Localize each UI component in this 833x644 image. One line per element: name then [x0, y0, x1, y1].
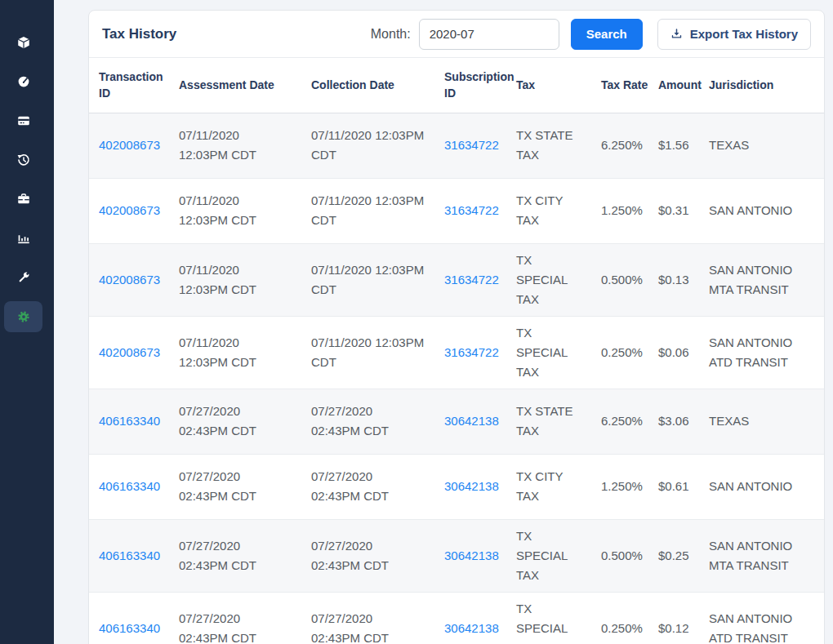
jurisdiction-cell: SAN ANTONIO	[699, 178, 824, 243]
amount-cell: $0.31	[648, 178, 699, 243]
table-row: 406163340 07/27/2020 02:43PM CDT 07/27/2…	[89, 519, 824, 592]
assessment-date-cell: 07/27/2020 02:43PM CDT	[169, 389, 301, 454]
assessment-date-cell: 07/11/2020 12:03PM CDT	[169, 113, 301, 178]
transaction-id-link[interactable]: 402008673	[99, 273, 160, 286]
col-transaction-id: Transaction ID	[89, 58, 169, 113]
subscription-id-link[interactable]: 30642138	[444, 414, 499, 428]
sidebar-item-billing[interactable]	[4, 105, 42, 136]
gear-icon	[16, 309, 31, 324]
table-row: 406163340 07/27/2020 02:43PM CDT 07/27/2…	[89, 592, 824, 644]
jurisdiction-cell: TEXAS	[699, 389, 824, 454]
sidebar-item-reports[interactable]	[4, 223, 42, 254]
assessment-date-cell: 07/11/2020 12:03PM CDT	[169, 178, 301, 243]
assessment-date-cell: 07/11/2020 12:03PM CDT	[169, 316, 301, 389]
briefcase-icon	[16, 192, 31, 207]
amount-cell: $0.25	[648, 519, 699, 592]
jurisdiction-cell: SAN ANTONIO MTA TRANSIT	[699, 519, 824, 592]
amount-cell: $3.06	[648, 389, 699, 454]
main-content: Tax History Month: Search Export Tax His…	[54, 0, 833, 644]
amount-cell: $0.13	[648, 243, 699, 316]
collection-date-cell: 07/27/2020 02:43PM CDT	[301, 389, 434, 454]
tax-rate-cell: 0.500%	[591, 243, 648, 316]
col-tax: Tax	[506, 58, 591, 113]
sidebar-item-history[interactable]	[4, 144, 42, 175]
jurisdiction-cell: SAN ANTONIO	[699, 454, 824, 519]
transaction-id-link[interactable]: 406163340	[99, 479, 160, 493]
bar-chart-icon	[16, 231, 31, 246]
transaction-id-link[interactable]: 406163340	[99, 621, 160, 635]
tax-rate-cell: 0.250%	[591, 592, 648, 644]
jurisdiction-cell: SAN ANTONIO ATD TRANSIT	[699, 592, 824, 644]
collection-date-cell: 07/11/2020 12:03PM CDT	[301, 316, 434, 389]
subscription-id-link[interactable]: 30642138	[444, 549, 499, 562]
collection-date-cell: 07/27/2020 02:43PM CDT	[301, 519, 434, 592]
assessment-date-cell: 07/27/2020 02:43PM CDT	[169, 592, 301, 644]
amount-cell: $0.61	[648, 454, 699, 519]
table-row: 402008673 07/11/2020 12:03PM CDT 07/11/2…	[89, 316, 824, 389]
subscription-id-link[interactable]: 31634722	[444, 273, 499, 286]
search-button[interactable]: Search	[571, 19, 643, 50]
table-row: 406163340 07/27/2020 02:43PM CDT 07/27/2…	[89, 454, 824, 519]
collection-date-cell: 07/27/2020 02:43PM CDT	[301, 592, 434, 644]
dashboard-icon	[16, 74, 31, 89]
page-title: Tax History	[102, 26, 176, 42]
transaction-id-link[interactable]: 402008673	[99, 345, 160, 359]
amount-cell: $0.06	[648, 316, 699, 389]
table-row: 402008673 07/11/2020 12:03PM CDT 07/11/2…	[89, 243, 824, 316]
card-header: Tax History Month: Search Export Tax His…	[89, 11, 824, 58]
tax-history-table: Transaction ID Assessment Date Collectio…	[89, 58, 824, 644]
export-tax-history-button[interactable]: Export Tax History	[657, 19, 811, 50]
sidebar-item-services[interactable]	[4, 184, 42, 215]
tax-rate-cell: 0.250%	[591, 316, 648, 389]
table-row: 402008673 07/11/2020 12:03PM CDT 07/11/2…	[89, 113, 824, 178]
jurisdiction-cell: SAN ANTONIO ATD TRANSIT	[699, 316, 824, 389]
subscription-id-link[interactable]: 31634722	[444, 203, 499, 217]
tax-cell: TX SPECIAL TAX	[506, 519, 591, 592]
col-collection-date: Collection Date	[301, 58, 434, 113]
tax-rate-cell: 6.250%	[591, 113, 648, 178]
sidebar-item-products[interactable]	[4, 27, 42, 58]
sidebar-item-dashboard[interactable]	[4, 66, 42, 97]
tax-table-body: 402008673 07/11/2020 12:03PM CDT 07/11/2…	[89, 113, 824, 644]
table-row: 402008673 07/11/2020 12:03PM CDT 07/11/2…	[89, 178, 824, 243]
tax-cell: TX SPECIAL TAX	[506, 243, 591, 316]
sidebar	[0, 0, 54, 644]
collection-date-cell: 07/27/2020 02:43PM CDT	[301, 454, 434, 519]
assessment-date-cell: 07/27/2020 02:43PM CDT	[169, 454, 301, 519]
month-input[interactable]	[419, 19, 559, 50]
sidebar-item-tools[interactable]	[4, 262, 42, 293]
subscription-id-link[interactable]: 30642138	[444, 621, 499, 635]
month-label: Month:	[371, 27, 411, 42]
subscription-id-link[interactable]: 30642138	[444, 479, 499, 493]
tax-cell: TX STATE TAX	[506, 389, 591, 454]
col-tax-rate: Tax Rate	[591, 58, 648, 113]
transaction-id-link[interactable]: 402008673	[99, 138, 160, 152]
download-icon	[670, 28, 683, 40]
tax-history-card: Tax History Month: Search Export Tax His…	[88, 10, 825, 644]
tax-rate-cell: 0.500%	[591, 519, 648, 592]
collection-date-cell: 07/11/2020 12:03PM CDT	[301, 178, 434, 243]
transaction-id-link[interactable]: 406163340	[99, 549, 160, 562]
tax-cell: TX CITY TAX	[506, 178, 591, 243]
tax-rate-cell: 1.250%	[591, 454, 648, 519]
subscription-id-link[interactable]: 31634722	[444, 138, 499, 152]
amount-cell: $0.12	[648, 592, 699, 644]
assessment-date-cell: 07/11/2020 12:03PM CDT	[169, 243, 301, 316]
table-header: Transaction ID Assessment Date Collectio…	[89, 58, 824, 113]
assessment-date-cell: 07/27/2020 02:43PM CDT	[169, 519, 301, 592]
table-row: 406163340 07/27/2020 02:43PM CDT 07/27/2…	[89, 389, 824, 454]
sidebar-item-settings[interactable]	[4, 301, 42, 332]
col-assessment-date: Assessment Date	[169, 58, 301, 113]
tax-cell: TX STATE TAX	[506, 113, 591, 178]
transaction-id-link[interactable]: 402008673	[99, 203, 160, 217]
col-jurisdiction: Jurisdiction	[699, 58, 824, 113]
export-button-label: Export Tax History	[690, 27, 798, 41]
tax-rate-cell: 6.250%	[591, 389, 648, 454]
jurisdiction-cell: SAN ANTONIO MTA TRANSIT	[699, 243, 824, 316]
tax-cell: TX CITY TAX	[506, 454, 591, 519]
cube-icon	[16, 35, 31, 50]
col-subscription-id: Subscription ID	[434, 58, 506, 113]
transaction-id-link[interactable]: 406163340	[99, 414, 160, 428]
amount-cell: $1.56	[648, 113, 699, 178]
subscription-id-link[interactable]: 31634722	[444, 345, 499, 359]
